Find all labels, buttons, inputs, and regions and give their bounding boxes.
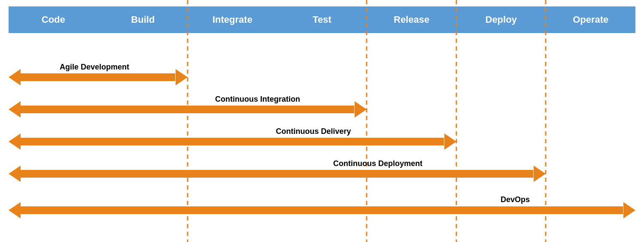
agile-label: Agile Development xyxy=(60,63,129,71)
ci-left-arrow xyxy=(9,101,21,118)
agile-shaft xyxy=(21,73,175,81)
ci-label: Continuous Integration xyxy=(215,95,300,103)
cdep-shaft xyxy=(21,170,533,178)
ci-right-arrow xyxy=(355,101,367,118)
agile-left-arrow xyxy=(9,69,21,85)
cd-shaft xyxy=(21,138,444,145)
diagram: Code Build Integrate Test Release Deploy… xyxy=(0,0,644,242)
devops-shaft xyxy=(21,206,623,214)
cdep-right-arrow xyxy=(534,166,546,182)
devops-right-arrow xyxy=(623,202,635,218)
cdep-label: Continuous Deployment xyxy=(333,159,422,168)
cd-right-arrow xyxy=(444,133,456,150)
cdep-left-arrow xyxy=(9,166,21,182)
devops-left-arrow xyxy=(9,202,21,218)
cd-left-arrow xyxy=(9,133,21,150)
devops-label: DevOps xyxy=(501,195,530,204)
agile-right-arrow xyxy=(176,69,188,85)
arrows-svg: Agile Development Continuous Integration… xyxy=(0,0,644,242)
cd-label: Continuous Delivery xyxy=(276,127,351,136)
ci-shaft xyxy=(21,106,354,113)
